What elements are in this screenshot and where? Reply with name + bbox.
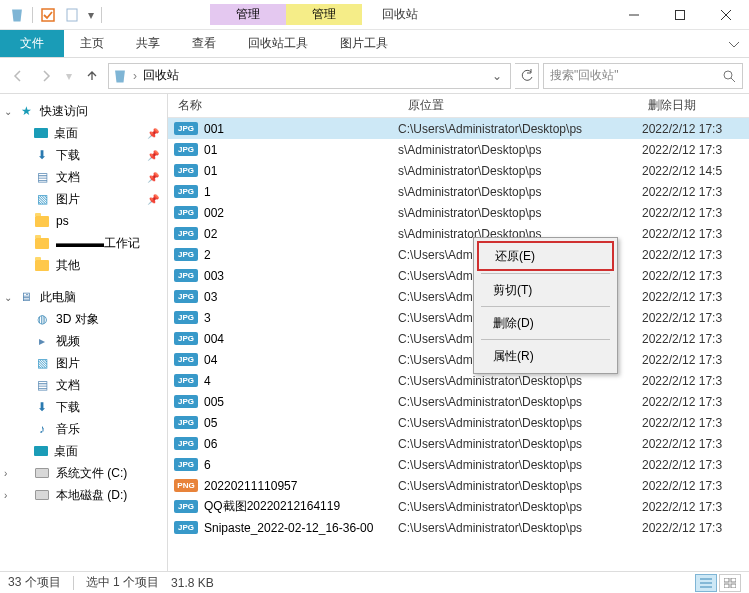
table-row[interactable]: JPG002s\Administrator\Desktop\ps2022/2/1… [168,202,749,223]
nav-drive-c[interactable]: ›系统文件 (C:) [0,462,167,484]
svg-rect-14 [731,584,736,588]
ribbon-tab-share[interactable]: 共享 [120,30,176,57]
nav-history-dropdown[interactable]: ▾ [62,64,76,88]
file-name: 3 [204,311,211,325]
qat-dropdown-icon[interactable]: ▾ [85,4,97,26]
table-row[interactable]: JPG6C:\Users\Administrator\Desktop\ps202… [168,454,749,475]
nav-pictures[interactable]: ▧图片📌 [0,188,167,210]
table-row[interactable]: JPG05C:\Users\Administrator\Desktop\ps20… [168,412,749,433]
breadcrumb-location[interactable]: 回收站 [143,67,179,84]
nav-folder-other[interactable]: 其他 [0,254,167,276]
column-header-name[interactable]: 名称 [168,97,398,114]
table-row[interactable]: JPGQQ截图20220212164119C:\Users\Administra… [168,496,749,517]
table-row[interactable]: JPG2C:\Users\Administrator\Desktop\ps202… [168,244,749,265]
table-row[interactable]: JPG005C:\Users\Administrator\Desktop\ps2… [168,391,749,412]
ribbon-tab-recycle-tools[interactable]: 回收站工具 [232,30,324,57]
column-header-location[interactable]: 原位置 [398,97,638,114]
table-row[interactable]: JPG1s\Administrator\Desktop\ps2022/2/12 … [168,181,749,202]
file-location: C:\Users\Administrator\Desktop\ps [398,437,638,451]
address-field[interactable]: › 回收站 ⌄ [108,63,511,89]
nav-this-pc[interactable]: ⌄🖥此电脑 [0,286,167,308]
view-details-button[interactable] [695,574,717,592]
file-type-icon: JPG [174,311,198,324]
file-type-icon: JPG [174,500,198,513]
file-date: 2022/2/12 17:3 [638,311,749,325]
file-date: 2022/2/12 17:3 [638,332,749,346]
nav-videos[interactable]: ▸视频 [0,330,167,352]
svg-rect-0 [42,9,54,21]
nav-documents-pc[interactable]: ▤文档 [0,374,167,396]
table-row[interactable]: JPGSnipaste_2022-02-12_16-36-00C:\Users\… [168,517,749,538]
minimize-button[interactable] [611,0,657,30]
nav-pictures-pc[interactable]: ▧图片 [0,352,167,374]
qat-document-icon[interactable] [61,4,83,26]
table-row[interactable]: JPG4C:\Users\Administrator\Desktop\ps202… [168,370,749,391]
column-header-date[interactable]: 删除日期 [638,97,749,114]
nav-forward-button[interactable] [34,64,58,88]
table-row[interactable]: JPG06C:\Users\Administrator\Desktop\ps20… [168,433,749,454]
refresh-button[interactable] [515,63,539,89]
table-row[interactable]: JPG003C:\Users\Administrator\Desktop\ps2… [168,265,749,286]
nav-folder-ps[interactable]: ps [0,210,167,232]
table-row[interactable]: JPG02s\Administrator\Desktop\ps2022/2/12… [168,223,749,244]
file-location: C:\Users\Administrator\Desktop\ps [398,479,638,493]
context-menu-properties[interactable]: 属性(R) [477,342,614,370]
nav-documents[interactable]: ▤文档📌 [0,166,167,188]
nav-back-button[interactable] [6,64,30,88]
file-name: 20220211110957 [204,479,297,493]
table-row[interactable]: PNG20220211110957C:\Users\Administrator\… [168,475,749,496]
file-name: 1 [204,185,211,199]
file-name: 003 [204,269,224,283]
file-name: 05 [204,416,217,430]
nav-desktop-pc[interactable]: 桌面 [0,440,167,462]
address-history-dropdown[interactable]: ⌄ [488,69,506,83]
table-row[interactable]: JPG004C:\Users\Administrator\Desktop\ps2… [168,328,749,349]
table-row[interactable]: JPG3C:\Users\Administrator\Desktop\ps202… [168,307,749,328]
file-location: C:\Users\Administrator\Desktop\ps [398,395,638,409]
nav-music[interactable]: ♪音乐 [0,418,167,440]
file-name: 4 [204,374,211,388]
nav-desktop[interactable]: 桌面📌 [0,122,167,144]
ribbon-tab-picture-tools[interactable]: 图片工具 [324,30,404,57]
table-row[interactable]: JPG001C:\Users\Administrator\Desktop\ps2… [168,118,749,139]
nav-downloads[interactable]: ⬇下载📌 [0,144,167,166]
table-row[interactable]: JPG01s\Administrator\Desktop\ps2022/2/12… [168,160,749,181]
nav-up-button[interactable] [80,64,104,88]
view-icons-button[interactable] [719,574,741,592]
ribbon-tab-view[interactable]: 查看 [176,30,232,57]
nav-3d-objects[interactable]: ◍3D 对象 [0,308,167,330]
file-type-icon: JPG [174,269,198,282]
ribbon-expand-button[interactable] [719,30,749,57]
file-name: 005 [204,395,224,409]
close-button[interactable] [703,0,749,30]
table-row[interactable]: JPG04C:\Users\Administrator\Desktop\ps20… [168,349,749,370]
file-type-icon: JPG [174,395,198,408]
context-menu-cut[interactable]: 剪切(T) [477,276,614,304]
file-date: 2022/2/12 17:3 [638,353,749,367]
pin-icon: 📌 [147,128,159,139]
context-menu-delete[interactable]: 删除(D) [477,309,614,337]
contextual-tab-picture: 管理 [286,4,362,25]
nav-drive-d[interactable]: ›本地磁盘 (D:) [0,484,167,506]
file-name: 002 [204,206,224,220]
file-date: 2022/2/12 14:5 [638,164,749,178]
nav-quick-access[interactable]: ⌄★快速访问 [0,100,167,122]
file-list: 名称 原位置 删除日期 JPG001C:\Users\Administrator… [168,94,749,572]
context-menu-restore[interactable]: 还原(E) [477,241,614,271]
nav-downloads-pc[interactable]: ⬇下载 [0,396,167,418]
table-row[interactable]: JPG03C:\Users\Administrator\Desktop\ps20… [168,286,749,307]
ribbon-tab-file[interactable]: 文件 [0,30,64,57]
maximize-button[interactable] [657,0,703,30]
nav-folder-work[interactable]: ▬▬▬▬工作记 [0,232,167,254]
recycle-bin-icon[interactable] [6,4,28,26]
file-type-icon: JPG [174,248,198,261]
qat-checkbox-icon[interactable] [37,4,59,26]
recycle-bin-icon [113,69,127,83]
table-row[interactable]: JPG01s\Administrator\Desktop\ps2022/2/12… [168,139,749,160]
file-location: s\Administrator\Desktop\ps [398,206,638,220]
search-input[interactable]: 搜索"回收站" [543,63,743,89]
file-type-icon: JPG [174,227,198,240]
file-date: 2022/2/12 17:3 [638,437,749,451]
file-date: 2022/2/12 17:3 [638,458,749,472]
ribbon-tab-home[interactable]: 主页 [64,30,120,57]
